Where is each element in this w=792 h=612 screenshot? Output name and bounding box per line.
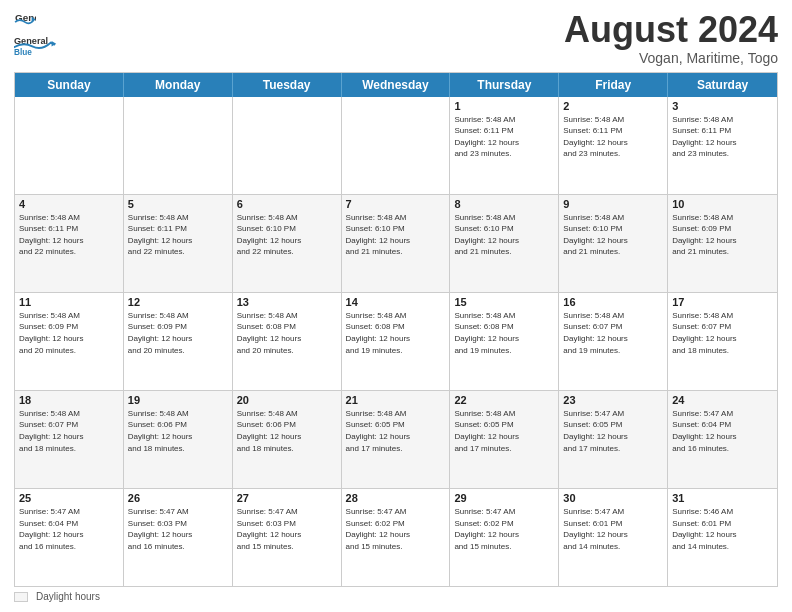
day-number: 28: [346, 492, 446, 504]
day-info: Sunrise: 5:48 AM Sunset: 6:11 PM Dayligh…: [454, 114, 554, 160]
day-cell-17: 17Sunrise: 5:48 AM Sunset: 6:07 PM Dayli…: [668, 293, 777, 390]
day-cell-12: 12Sunrise: 5:48 AM Sunset: 6:09 PM Dayli…: [124, 293, 233, 390]
day-of-week-thursday: Thursday: [450, 73, 559, 97]
day-number: 2: [563, 100, 663, 112]
calendar-body: 1Sunrise: 5:48 AM Sunset: 6:11 PM Daylig…: [15, 97, 777, 586]
day-info: Sunrise: 5:47 AM Sunset: 6:02 PM Dayligh…: [454, 506, 554, 552]
day-cell-29: 29Sunrise: 5:47 AM Sunset: 6:02 PM Dayli…: [450, 489, 559, 586]
day-number: 31: [672, 492, 773, 504]
day-info: Sunrise: 5:48 AM Sunset: 6:11 PM Dayligh…: [128, 212, 228, 258]
day-number: 24: [672, 394, 773, 406]
title-area: August 2024 Vogan, Maritime, Togo: [564, 10, 778, 66]
day-info: Sunrise: 5:47 AM Sunset: 6:03 PM Dayligh…: [128, 506, 228, 552]
day-cell-23: 23Sunrise: 5:47 AM Sunset: 6:05 PM Dayli…: [559, 391, 668, 488]
day-number: 17: [672, 296, 773, 308]
day-info: Sunrise: 5:48 AM Sunset: 6:10 PM Dayligh…: [563, 212, 663, 258]
day-number: 12: [128, 296, 228, 308]
day-info: Sunrise: 5:48 AM Sunset: 6:06 PM Dayligh…: [237, 408, 337, 454]
calendar-row-2: 11Sunrise: 5:48 AM Sunset: 6:09 PM Dayli…: [15, 292, 777, 390]
legend-box: [14, 592, 28, 602]
day-number: 14: [346, 296, 446, 308]
day-number: 18: [19, 394, 119, 406]
empty-cell: [124, 97, 233, 194]
day-cell-5: 5Sunrise: 5:48 AM Sunset: 6:11 PM Daylig…: [124, 195, 233, 292]
header: General General Blue August 2024 Vogan, …: [14, 10, 778, 66]
day-cell-16: 16Sunrise: 5:48 AM Sunset: 6:07 PM Dayli…: [559, 293, 668, 390]
day-cell-2: 2Sunrise: 5:48 AM Sunset: 6:11 PM Daylig…: [559, 97, 668, 194]
day-of-week-saturday: Saturday: [668, 73, 777, 97]
day-info: Sunrise: 5:48 AM Sunset: 6:10 PM Dayligh…: [454, 212, 554, 258]
day-number: 7: [346, 198, 446, 210]
day-info: Sunrise: 5:47 AM Sunset: 6:05 PM Dayligh…: [563, 408, 663, 454]
day-cell-13: 13Sunrise: 5:48 AM Sunset: 6:08 PM Dayli…: [233, 293, 342, 390]
logo-area: General General Blue: [14, 10, 69, 64]
day-number: 27: [237, 492, 337, 504]
location: Vogan, Maritime, Togo: [564, 50, 778, 66]
day-number: 23: [563, 394, 663, 406]
day-number: 13: [237, 296, 337, 308]
empty-cell: [15, 97, 124, 194]
day-cell-22: 22Sunrise: 5:48 AM Sunset: 6:05 PM Dayli…: [450, 391, 559, 488]
day-of-week-monday: Monday: [124, 73, 233, 97]
day-info: Sunrise: 5:48 AM Sunset: 6:07 PM Dayligh…: [563, 310, 663, 356]
day-cell-19: 19Sunrise: 5:48 AM Sunset: 6:06 PM Dayli…: [124, 391, 233, 488]
day-cell-24: 24Sunrise: 5:47 AM Sunset: 6:04 PM Dayli…: [668, 391, 777, 488]
day-number: 16: [563, 296, 663, 308]
day-info: Sunrise: 5:48 AM Sunset: 6:11 PM Dayligh…: [672, 114, 773, 160]
day-cell-9: 9Sunrise: 5:48 AM Sunset: 6:10 PM Daylig…: [559, 195, 668, 292]
day-info: Sunrise: 5:48 AM Sunset: 6:10 PM Dayligh…: [237, 212, 337, 258]
day-number: 30: [563, 492, 663, 504]
calendar-row-3: 18Sunrise: 5:48 AM Sunset: 6:07 PM Dayli…: [15, 390, 777, 488]
day-info: Sunrise: 5:47 AM Sunset: 6:04 PM Dayligh…: [19, 506, 119, 552]
day-cell-1: 1Sunrise: 5:48 AM Sunset: 6:11 PM Daylig…: [450, 97, 559, 194]
day-info: Sunrise: 5:48 AM Sunset: 6:08 PM Dayligh…: [454, 310, 554, 356]
day-cell-7: 7Sunrise: 5:48 AM Sunset: 6:10 PM Daylig…: [342, 195, 451, 292]
day-number: 19: [128, 394, 228, 406]
page: General General Blue August 2024 Vogan, …: [0, 0, 792, 612]
svg-marker-3: [52, 41, 57, 47]
day-info: Sunrise: 5:48 AM Sunset: 6:06 PM Dayligh…: [128, 408, 228, 454]
calendar-header: SundayMondayTuesdayWednesdayThursdayFrid…: [15, 73, 777, 97]
day-number: 21: [346, 394, 446, 406]
day-cell-3: 3Sunrise: 5:48 AM Sunset: 6:11 PM Daylig…: [668, 97, 777, 194]
day-info: Sunrise: 5:48 AM Sunset: 6:07 PM Dayligh…: [19, 408, 119, 454]
day-number: 8: [454, 198, 554, 210]
legend-label: Daylight hours: [36, 591, 100, 602]
day-number: 9: [563, 198, 663, 210]
calendar-row-0: 1Sunrise: 5:48 AM Sunset: 6:11 PM Daylig…: [15, 97, 777, 194]
svg-text:Blue: Blue: [14, 48, 32, 57]
day-cell-25: 25Sunrise: 5:47 AM Sunset: 6:04 PM Dayli…: [15, 489, 124, 586]
day-info: Sunrise: 5:48 AM Sunset: 6:07 PM Dayligh…: [672, 310, 773, 356]
calendar-row-1: 4Sunrise: 5:48 AM Sunset: 6:11 PM Daylig…: [15, 194, 777, 292]
day-number: 29: [454, 492, 554, 504]
day-info: Sunrise: 5:48 AM Sunset: 6:11 PM Dayligh…: [19, 212, 119, 258]
day-cell-26: 26Sunrise: 5:47 AM Sunset: 6:03 PM Dayli…: [124, 489, 233, 586]
day-info: Sunrise: 5:47 AM Sunset: 6:04 PM Dayligh…: [672, 408, 773, 454]
day-info: Sunrise: 5:47 AM Sunset: 6:03 PM Dayligh…: [237, 506, 337, 552]
calendar: SundayMondayTuesdayWednesdayThursdayFrid…: [14, 72, 778, 587]
day-info: Sunrise: 5:48 AM Sunset: 6:09 PM Dayligh…: [128, 310, 228, 356]
day-of-week-tuesday: Tuesday: [233, 73, 342, 97]
footer: Daylight hours: [14, 587, 778, 602]
empty-cell: [342, 97, 451, 194]
day-of-week-sunday: Sunday: [15, 73, 124, 97]
day-number: 22: [454, 394, 554, 406]
day-of-week-wednesday: Wednesday: [342, 73, 451, 97]
day-cell-11: 11Sunrise: 5:48 AM Sunset: 6:09 PM Dayli…: [15, 293, 124, 390]
day-cell-14: 14Sunrise: 5:48 AM Sunset: 6:08 PM Dayli…: [342, 293, 451, 390]
day-cell-31: 31Sunrise: 5:46 AM Sunset: 6:01 PM Dayli…: [668, 489, 777, 586]
day-number: 20: [237, 394, 337, 406]
day-number: 6: [237, 198, 337, 210]
day-cell-28: 28Sunrise: 5:47 AM Sunset: 6:02 PM Dayli…: [342, 489, 451, 586]
day-number: 25: [19, 492, 119, 504]
day-info: Sunrise: 5:48 AM Sunset: 6:05 PM Dayligh…: [454, 408, 554, 454]
day-info: Sunrise: 5:47 AM Sunset: 6:01 PM Dayligh…: [563, 506, 663, 552]
day-info: Sunrise: 5:48 AM Sunset: 6:08 PM Dayligh…: [237, 310, 337, 356]
day-info: Sunrise: 5:48 AM Sunset: 6:09 PM Dayligh…: [672, 212, 773, 258]
day-cell-8: 8Sunrise: 5:48 AM Sunset: 6:10 PM Daylig…: [450, 195, 559, 292]
day-info: Sunrise: 5:48 AM Sunset: 6:10 PM Dayligh…: [346, 212, 446, 258]
day-cell-15: 15Sunrise: 5:48 AM Sunset: 6:08 PM Dayli…: [450, 293, 559, 390]
day-info: Sunrise: 5:46 AM Sunset: 6:01 PM Dayligh…: [672, 506, 773, 552]
day-info: Sunrise: 5:48 AM Sunset: 6:09 PM Dayligh…: [19, 310, 119, 356]
general-blue-logo: General Blue: [14, 26, 69, 64]
